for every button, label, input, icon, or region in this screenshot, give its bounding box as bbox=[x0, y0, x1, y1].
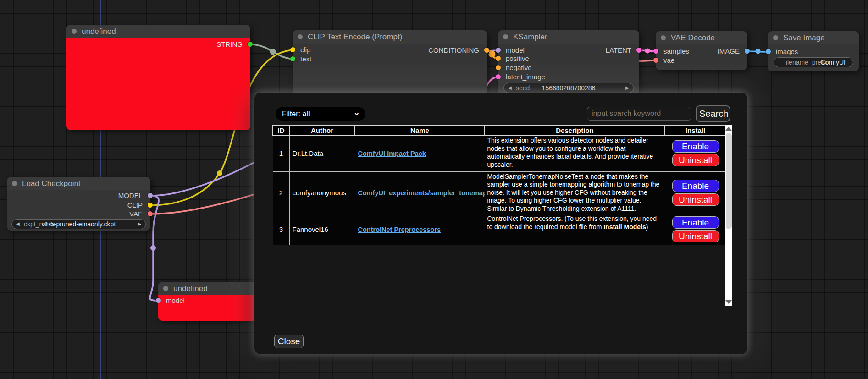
input-positive: positive bbox=[498, 55, 639, 63]
scroll-down-icon[interactable] bbox=[725, 300, 732, 304]
node-title[interactable]: Save Image bbox=[768, 31, 859, 44]
model-port-icon[interactable] bbox=[156, 298, 161, 303]
conditioning-port-icon[interactable] bbox=[484, 48, 489, 53]
collapse-dot-icon[interactable] bbox=[72, 29, 77, 34]
chevron-down-icon: ⌄ bbox=[354, 106, 360, 119]
col-header-description: Description bbox=[485, 126, 665, 135]
output-vae: VAE bbox=[7, 210, 150, 218]
cell-description: ControlNet Preprocessors. (To use this e… bbox=[485, 214, 665, 245]
text-port-icon[interactable] bbox=[290, 56, 295, 61]
table-row: 2 comfyanonymous ComfyUI_experiments/sam… bbox=[273, 171, 726, 214]
node-save-image[interactable]: Save Image images filename_prefix ComfyU… bbox=[768, 31, 859, 71]
enable-button[interactable]: Enable bbox=[672, 180, 719, 192]
filter-select[interactable]: Filter: all ⌄ bbox=[276, 107, 365, 121]
cell-id: 2 bbox=[273, 171, 289, 214]
increment-arrow-icon[interactable]: ▶ bbox=[138, 220, 141, 229]
conditioning-port-icon[interactable] bbox=[496, 56, 501, 61]
collapse-dot-icon[interactable] bbox=[503, 34, 508, 39]
output-image: IMAGE bbox=[656, 47, 747, 55]
filename-prefix-widget[interactable]: filename_prefix ComfyUI bbox=[774, 57, 853, 67]
uninstall-button[interactable]: Uninstall bbox=[672, 193, 719, 206]
cell-author: comfyanonymous bbox=[289, 171, 355, 214]
input-vae: vae bbox=[656, 56, 747, 65]
cell-author: Dr.Lt.Data bbox=[289, 135, 355, 171]
input-text: text bbox=[293, 55, 487, 63]
vertical-scrollbar[interactable] bbox=[725, 125, 732, 306]
extensions-scroll-area: ID Author Name Description Install 1 Dr.… bbox=[272, 125, 732, 306]
output-model: MODEL bbox=[7, 192, 150, 200]
col-header-id: ID bbox=[273, 126, 289, 135]
enable-button[interactable]: Enable bbox=[672, 216, 719, 229]
close-button[interactable]: Close bbox=[274, 335, 304, 348]
scrollbar-thumb[interactable] bbox=[726, 133, 732, 229]
node-undefined-bottom[interactable]: undefined model bbox=[158, 282, 261, 321]
col-header-install: Install bbox=[665, 126, 726, 135]
collapse-dot-icon[interactable] bbox=[661, 35, 666, 40]
vae-port-icon[interactable] bbox=[148, 211, 153, 216]
node-ksampler[interactable]: KSampler model positive negative latent_… bbox=[498, 30, 639, 99]
clip-port-icon[interactable] bbox=[148, 203, 153, 208]
col-header-name: Name bbox=[355, 126, 485, 135]
table-row: 1 Dr.Lt.Data ComfyUI Impact Pack This ex… bbox=[273, 135, 726, 171]
string-port-icon[interactable] bbox=[248, 42, 253, 47]
node-title[interactable]: CLIP Text Encode (Prompt) bbox=[293, 30, 487, 44]
table-row: 3 Fannovel16 ControlNet Preprocessors Co… bbox=[273, 214, 726, 245]
comfyui-manager-dialog: Filter: all ⌄ Search ID Author Name Desc… bbox=[254, 93, 747, 354]
node-title[interactable]: Load Checkpoint bbox=[7, 177, 150, 190]
collapse-dot-icon[interactable] bbox=[163, 286, 168, 291]
cell-id: 1 bbox=[273, 135, 289, 171]
seed-widget[interactable]: ◀ seed 156680208700286 ▶ bbox=[503, 83, 634, 93]
uninstall-button[interactable]: Uninstall bbox=[672, 230, 719, 242]
node-undefined-top[interactable]: undefined STRING bbox=[66, 25, 250, 130]
node-title[interactable]: undefined bbox=[158, 282, 261, 295]
uninstall-button[interactable]: Uninstall bbox=[672, 154, 719, 166]
ckpt-name-widget[interactable]: ◀ ckpt_name v1-5-pruned-emaonly.ckpt ▶ bbox=[11, 219, 146, 229]
output-clip: CLIP bbox=[7, 201, 150, 209]
node-title[interactable]: VAE Decode bbox=[656, 31, 747, 44]
image-port-icon[interactable] bbox=[766, 49, 771, 54]
extension-link[interactable]: ComfyUI Impact Pack bbox=[358, 150, 426, 157]
input-images: images bbox=[768, 48, 859, 56]
node-clip-text-encode[interactable]: CLIP Text Encode (Prompt) clip text COND… bbox=[293, 30, 487, 99]
latent-port-icon[interactable] bbox=[636, 48, 641, 53]
output-latent: LATENT bbox=[498, 46, 639, 55]
scroll-up-icon[interactable] bbox=[725, 127, 732, 131]
image-port-icon[interactable] bbox=[745, 49, 750, 54]
col-header-author: Author bbox=[289, 126, 355, 135]
increment-arrow-icon[interactable]: ▶ bbox=[625, 83, 629, 93]
cell-description: ModelSamplerTonemapNoiseTest a node that… bbox=[485, 171, 665, 214]
extension-link[interactable]: ControlNet Preprocessors bbox=[358, 226, 441, 233]
output-string: STRING bbox=[66, 40, 250, 49]
input-model: model bbox=[158, 297, 261, 305]
search-input[interactable] bbox=[587, 107, 691, 121]
enable-button[interactable]: Enable bbox=[672, 140, 719, 153]
node-vae-decode[interactable]: VAE Decode samples vae IMAGE bbox=[656, 31, 747, 70]
node-title[interactable]: KSampler bbox=[498, 30, 639, 44]
cell-description: This extension offers various detector n… bbox=[485, 135, 665, 171]
node-title[interactable]: undefined bbox=[66, 25, 250, 38]
input-latent-image: latent_image bbox=[498, 73, 639, 81]
output-conditioning: CONDITIONING bbox=[293, 46, 487, 55]
cell-id: 3 bbox=[273, 214, 289, 245]
collapse-dot-icon[interactable] bbox=[773, 35, 778, 40]
search-button[interactable]: Search bbox=[696, 105, 730, 122]
node-load-checkpoint[interactable]: Load Checkpoint MODEL CLIP VAE ◀ ckpt_na… bbox=[7, 177, 150, 231]
vae-port-icon[interactable] bbox=[653, 58, 658, 63]
extensions-table: ID Author Name Description Install 1 Dr.… bbox=[272, 125, 726, 245]
input-negative: negative bbox=[498, 64, 639, 72]
filter-select-value: Filter: all bbox=[282, 110, 310, 118]
latent-port-icon[interactable] bbox=[496, 74, 501, 79]
conditioning-port-icon[interactable] bbox=[496, 65, 501, 70]
table-header-row: ID Author Name Description Install bbox=[273, 126, 726, 135]
collapse-dot-icon[interactable] bbox=[12, 181, 17, 186]
model-port-icon[interactable] bbox=[148, 193, 153, 198]
collapse-dot-icon[interactable] bbox=[298, 34, 303, 39]
cell-author: Fannovel16 bbox=[289, 214, 355, 245]
extension-link[interactable]: ComfyUI_experiments/sampler_tonemap bbox=[358, 189, 485, 197]
